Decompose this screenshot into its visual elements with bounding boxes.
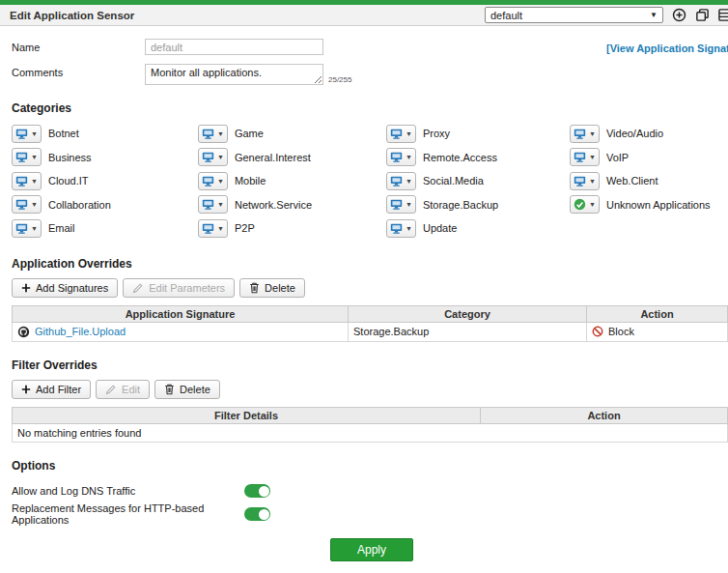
chevron-down-icon: ▼	[406, 201, 412, 208]
category-action-dropdown[interactable]: ▼	[198, 219, 228, 238]
block-icon	[592, 326, 603, 337]
monitor-icon	[202, 222, 214, 235]
plus-icon	[21, 385, 31, 394]
view-application-signatures-link[interactable]: [View Application Signatures]	[606, 43, 728, 54]
page-title: Edit Application Sensor	[10, 10, 134, 21]
category-label: Unknown Applications	[606, 199, 711, 211]
category-action-dropdown[interactable]: ▼	[570, 172, 600, 190]
profile-select-value: default	[490, 10, 522, 21]
category-action-dropdown[interactable]: ▼	[198, 172, 228, 190]
options-heading: Options	[12, 459, 728, 473]
delete-filter-button[interactable]: Delete	[154, 380, 220, 399]
column-header-filter-details[interactable]: Filter Details	[13, 407, 481, 423]
chevron-down-icon: ▼	[589, 130, 596, 137]
column-header-category[interactable]: Category	[349, 305, 587, 322]
toggle-knob	[259, 509, 269, 520]
empty-table-row: No matching entries found	[13, 423, 728, 442]
category-general-interest: ▼ General.Interest	[198, 148, 386, 166]
category-social-media: ▼ Social.Media	[386, 172, 570, 190]
delete-signature-button[interactable]: Delete	[239, 278, 305, 298]
view-list-icon[interactable]	[718, 8, 728, 22]
category-action-dropdown[interactable]: ▼	[12, 148, 42, 166]
chevron-down-icon: ▼	[217, 201, 224, 208]
category-action-dropdown[interactable]: ▼	[12, 125, 42, 143]
comments-input[interactable]: Monitor all applications.	[145, 64, 323, 85]
monitor-icon	[574, 151, 586, 163]
category-action-dropdown[interactable]: ▼	[386, 148, 416, 166]
monitor-icon	[574, 175, 586, 187]
chevron-down-icon: ▼	[650, 11, 658, 19]
monitor-icon	[390, 151, 403, 163]
category-action-dropdown[interactable]: ▼	[570, 195, 600, 214]
category-action-dropdown[interactable]: ▼	[386, 219, 416, 238]
category-action-dropdown[interactable]: ▼	[12, 172, 42, 190]
comments-row: Comments Monitor all applications. 25/25…	[12, 64, 728, 85]
edit-filter-button[interactable]: Edit	[96, 380, 150, 399]
category-label: P2P	[235, 222, 255, 234]
signature-link[interactable]: Github_File.Upload	[35, 326, 126, 337]
chevron-down-icon: ▼	[217, 154, 224, 160]
chevron-down-icon: ▼	[217, 178, 224, 185]
category-botnet: ▼ Botnet	[12, 125, 198, 143]
category-web-client: ▼ Web.Client	[570, 172, 728, 190]
category-label: Collaboration	[48, 199, 111, 211]
category-action-dropdown[interactable]: ▼	[570, 148, 600, 166]
category-label: Email	[48, 222, 75, 234]
category-action-dropdown[interactable]: ▼	[12, 195, 42, 214]
monitor-icon	[15, 128, 28, 140]
category-label: Game	[235, 128, 264, 139]
monitor-icon	[390, 222, 403, 235]
signature-category-cell: Storage.Backup	[349, 322, 587, 341]
replacement-messages-toggle[interactable]	[244, 507, 270, 521]
category-action-dropdown[interactable]: ▼	[386, 195, 416, 214]
add-filter-label: Add Filter	[36, 384, 81, 395]
profile-select[interactable]: default ▼	[485, 7, 663, 23]
application-overrides-table: Application Signature Category Action Gi…	[12, 305, 728, 342]
category-action-dropdown[interactable]: ▼	[198, 148, 228, 166]
category-action-dropdown[interactable]: ▼	[570, 125, 600, 143]
column-header-action[interactable]: Action	[481, 407, 728, 423]
category-label: Network.Service	[235, 199, 312, 211]
category-label: Proxy	[423, 128, 450, 139]
category-action-dropdown[interactable]: ▼	[198, 195, 228, 214]
monitor-icon	[574, 128, 586, 140]
edit-parameters-button[interactable]: Edit Parameters	[123, 278, 235, 298]
toolbar-right-group: default ▼	[485, 7, 724, 23]
chevron-down-icon: ▼	[589, 201, 596, 208]
apply-button[interactable]: Apply	[330, 538, 413, 561]
column-header-application-signature[interactable]: Application Signature	[13, 305, 349, 322]
apply-button-container: Apply	[0, 538, 728, 561]
github-icon	[17, 326, 30, 338]
monitor-icon	[202, 198, 214, 211]
column-header-action[interactable]: Action	[587, 305, 728, 322]
category-action-dropdown[interactable]: ▼	[12, 219, 42, 238]
table-header-row: Application Signature Category Action	[13, 305, 728, 322]
create-new-icon[interactable]	[672, 8, 686, 22]
monitor-icon	[202, 175, 214, 187]
chevron-down-icon: ▼	[406, 130, 412, 137]
table-header-row: Filter Details Action	[13, 407, 728, 423]
category-label: Business	[48, 152, 92, 163]
category-action-dropdown[interactable]: ▼	[198, 125, 228, 143]
table-row[interactable]: Github_File.Upload Storage.Backup Block	[13, 322, 728, 341]
category-action-dropdown[interactable]: ▼	[386, 125, 416, 143]
chevron-down-icon: ▼	[589, 178, 596, 185]
action-label: Block	[608, 326, 634, 337]
monitor-icon	[15, 175, 28, 187]
add-filter-button[interactable]: Add Filter	[12, 380, 91, 399]
edit-parameters-label: Edit Parameters	[149, 282, 225, 294]
name-input[interactable]	[145, 39, 323, 55]
chevron-down-icon: ▼	[31, 178, 38, 185]
clone-icon[interactable]	[695, 8, 710, 22]
category-action-dropdown[interactable]: ▼	[386, 172, 416, 190]
option-row-dns-traffic: Allow and Log DNS Traffic	[12, 484, 728, 499]
add-signatures-button[interactable]: Add Signatures	[12, 278, 118, 298]
chevron-down-icon: ▼	[406, 225, 412, 232]
allow-log-dns-traffic-toggle[interactable]	[244, 484, 270, 498]
chevron-down-icon: ▼	[406, 154, 412, 160]
category-mobile: ▼ Mobile	[198, 172, 386, 190]
category-label: Botnet	[48, 128, 79, 139]
monitor-icon	[390, 175, 403, 187]
category-cloud-it: ▼ Cloud.IT	[12, 172, 198, 190]
pencil-icon	[105, 384, 117, 395]
